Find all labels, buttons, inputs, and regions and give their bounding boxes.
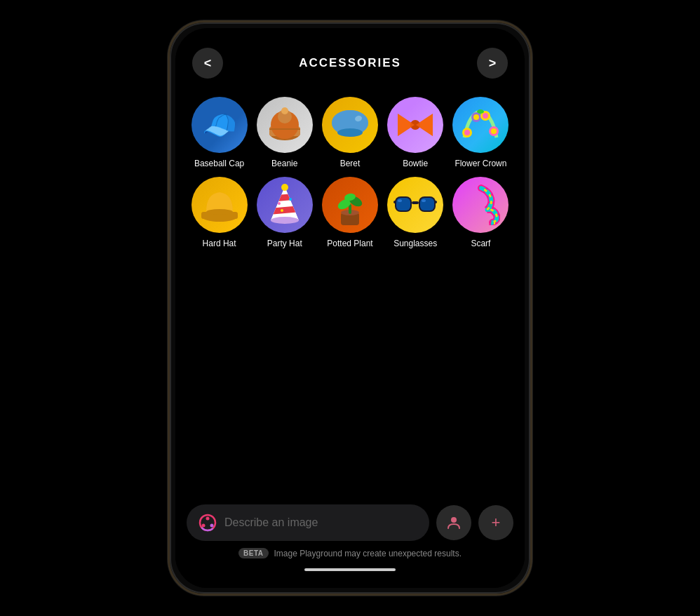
potted-plant-label: Potted Plant	[327, 239, 372, 248]
beret-circle	[322, 97, 378, 153]
flower-crown-label: Flower Crown	[455, 159, 506, 168]
svg-point-23	[477, 109, 484, 114]
beret-label: Beret	[340, 159, 361, 168]
sunglasses-label: Sunglasses	[393, 239, 437, 248]
svg-rect-51	[422, 199, 426, 202]
svg-point-22	[491, 128, 497, 134]
svg-marker-14	[416, 114, 433, 136]
beanie-label: Beanie	[271, 159, 297, 168]
sunglasses-circle	[387, 177, 443, 233]
bowtie-label: Bowtie	[403, 159, 428, 168]
svg-point-16	[464, 130, 470, 135]
forward-button[interactable]: >	[477, 48, 508, 79]
beret-icon	[329, 107, 371, 142]
sunglasses-icon	[393, 192, 437, 217]
hard-hat-label: Hard Hat	[203, 239, 236, 248]
back-button[interactable]: <	[192, 48, 223, 79]
svg-point-18	[473, 114, 479, 120]
ai-icon	[198, 513, 217, 533]
svg-point-34	[278, 202, 281, 205]
svg-rect-47	[434, 201, 437, 203]
scarf-circle	[452, 177, 509, 233]
page-title: ACCESSORIES	[299, 56, 401, 70]
hard-hat-circle	[191, 177, 248, 233]
header: < ACCESSORIES >	[175, 28, 525, 90]
bottom-bar: Describe an image + BETA Image Playgroun…	[175, 497, 525, 588]
svg-point-32	[271, 217, 299, 224]
list-item[interactable]: Scarf	[451, 177, 511, 248]
list-item[interactable]: Beret	[320, 97, 379, 168]
hard-hat-icon	[199, 187, 240, 223]
svg-point-36	[281, 209, 283, 212]
flower-crown-icon	[459, 106, 502, 145]
svg-point-35	[289, 198, 292, 201]
beta-row: BETA Image Playground may create unexpec…	[238, 548, 462, 558]
phone-frame: < ACCESSORIES > 🧢 Baseball Cap	[168, 20, 532, 596]
list-item[interactable]: Bowtie	[386, 97, 445, 168]
svg-point-61	[451, 517, 457, 523]
svg-rect-50	[398, 199, 402, 202]
beta-text: Image Playground may create unexpected r…	[274, 549, 462, 558]
svg-marker-29	[271, 187, 299, 220]
svg-marker-13	[398, 114, 415, 136]
potted-plant-circle	[322, 177, 378, 233]
search-placeholder: Describe an image	[224, 516, 318, 529]
person-button[interactable]	[436, 505, 471, 540]
search-input-wrapper[interactable]: Describe an image	[187, 504, 429, 541]
svg-point-60	[202, 524, 206, 528]
svg-point-26	[206, 209, 233, 215]
svg-rect-45	[412, 201, 419, 204]
svg-point-58	[206, 517, 210, 521]
baseball-cap-emoji: 🧢	[202, 111, 237, 139]
beta-badge: BETA	[238, 548, 268, 558]
list-item[interactable]: Beanie	[255, 97, 314, 168]
svg-point-20	[483, 113, 488, 119]
list-item[interactable]: Potted Plant	[320, 177, 379, 248]
bowtie-circle	[387, 97, 443, 153]
person-icon	[445, 514, 462, 531]
baseball-cap-label: Baseball Cap	[194, 159, 244, 168]
bowtie-icon	[395, 111, 436, 139]
list-item[interactable]: Party Hat	[255, 177, 314, 248]
list-item[interactable]: 🧢 Baseball Cap	[189, 97, 249, 168]
svg-rect-46	[393, 201, 396, 203]
home-indicator	[304, 568, 396, 571]
list-item[interactable]: Sunglasses	[386, 177, 445, 248]
screen: < ACCESSORIES > 🧢 Baseball Cap	[175, 28, 525, 588]
beanie-icon	[265, 107, 304, 143]
party-hat-circle	[257, 177, 313, 233]
svg-point-33	[281, 184, 288, 191]
list-item[interactable]: Hard Hat	[189, 177, 249, 248]
svg-point-8	[337, 128, 363, 137]
input-row: Describe an image +	[187, 504, 513, 541]
party-hat-label: Party Hat	[267, 239, 302, 248]
party-hat-icon	[267, 184, 303, 226]
scarf-icon	[462, 185, 500, 225]
flower-crown-circle	[452, 97, 509, 153]
accessories-grid-container: 🧢 Baseball Cap	[175, 90, 525, 497]
baseball-cap-circle: 🧢	[191, 97, 248, 153]
add-button[interactable]: +	[478, 505, 513, 540]
svg-point-59	[210, 524, 214, 528]
scarf-label: Scarf	[471, 239, 490, 248]
plus-icon: +	[492, 514, 501, 532]
beanie-circle	[257, 97, 313, 153]
svg-point-4	[281, 107, 288, 114]
list-item[interactable]: Flower Crown	[451, 97, 511, 168]
accessories-grid: 🧢 Baseball Cap	[189, 97, 511, 249]
potted-plant-icon	[332, 185, 368, 225]
